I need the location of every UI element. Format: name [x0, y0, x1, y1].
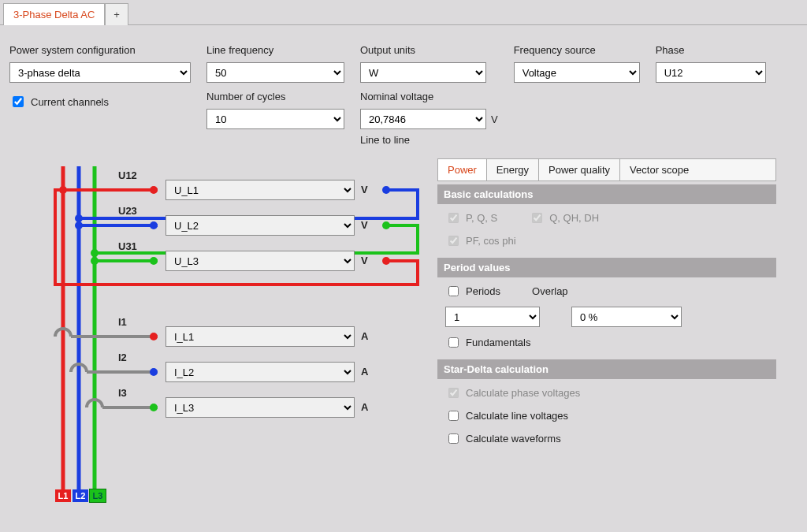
checkbox-waveforms[interactable]: Calculate waveforms	[445, 431, 768, 446]
label-i3: I3	[118, 387, 127, 399]
unit-u23: V	[361, 219, 368, 231]
section-basic-title: Basic calculations	[437, 184, 776, 204]
checkbox-line-voltages[interactable]: Calculate line voltages	[445, 408, 768, 423]
tab-add[interactable]: +	[105, 3, 128, 25]
checkbox-current-channels[interactable]: Current channels	[9, 94, 191, 110]
svg-point-5	[150, 186, 158, 194]
label-nominal-voltage: Nominal voltage	[360, 91, 498, 102]
select-i2[interactable]: I_L2	[165, 362, 355, 382]
unit-nominal-voltage: V	[491, 113, 498, 125]
unit-u12: V	[361, 184, 368, 195]
checkbox-phase-voltages: Calculate phase voltages	[445, 385, 768, 400]
label-u12: U12	[118, 169, 137, 181]
select-u12[interactable]: U_L1	[165, 180, 355, 200]
svg-point-10	[150, 221, 158, 229]
unit-u31: V	[361, 255, 368, 266]
checkbox-pqs: P, Q, S	[445, 210, 497, 225]
tab-energy[interactable]: Energy	[487, 159, 539, 180]
select-power-system[interactable]: 3-phase delta	[9, 62, 191, 83]
checkbox-periods[interactable]: Periods	[445, 284, 500, 299]
svg-point-12	[91, 249, 99, 257]
section-stardelta-title: Star-Delta calculation	[437, 359, 776, 379]
svg-point-9	[75, 221, 83, 229]
tab-power-quality[interactable]: Power quality	[539, 159, 620, 180]
select-i3[interactable]: I_L3	[165, 397, 355, 418]
checkbox-qqhdh: Q, QH, DH	[529, 210, 599, 225]
select-num-cycles[interactable]: 10	[206, 109, 344, 129]
unit-i1: A	[361, 330, 368, 342]
select-phase[interactable]: U12	[656, 62, 766, 83]
checkbox-fundamentals[interactable]: Fundamentals	[445, 335, 768, 350]
svg-point-18	[150, 333, 158, 340]
right-tabs: Power Energy Power quality Vector scope	[437, 158, 776, 181]
unit-i2: A	[361, 366, 368, 378]
svg-point-16	[382, 257, 390, 265]
section-period-title: Period values	[437, 258, 776, 277]
tab-3phase-delta-ac[interactable]: 3-Phase Delta AC	[3, 3, 105, 25]
tab-vector-scope[interactable]: Vector scope	[620, 159, 698, 180]
unit-i3: A	[361, 401, 368, 413]
svg-point-6	[382, 186, 390, 194]
svg-point-20	[150, 368, 158, 376]
label-line-freq: Line frequency	[206, 44, 344, 56]
label-num-cycles: Number of cycles	[206, 91, 344, 102]
label-u23: U23	[118, 205, 137, 217]
tab-power[interactable]: Power	[438, 159, 487, 180]
label-output-units: Output units	[360, 44, 498, 56]
label-i2: I2	[118, 352, 127, 363]
svg-point-7	[75, 214, 83, 222]
select-periods[interactable]: 1	[445, 307, 540, 327]
badge-l1: L1	[55, 489, 71, 502]
label-i1: I1	[118, 316, 127, 328]
select-u23[interactable]: U_L2	[165, 215, 355, 236]
select-line-freq[interactable]: 50	[206, 62, 344, 83]
checkbox-pf-cosphi: PF, cos phi	[445, 233, 768, 248]
label-power-system: Power system configuration	[9, 44, 191, 56]
label-phase: Phase	[656, 44, 766, 56]
note-line-to-line: Line to line	[360, 134, 498, 146]
label-freq-source: Frequency source	[514, 44, 640, 56]
svg-point-14	[91, 257, 99, 265]
select-output-units[interactable]: W	[360, 62, 486, 83]
svg-point-11	[382, 221, 390, 229]
wiring-diagram: U12 U23 U31 I1 I2 I3 U_L1 V U_L2 V U_L3 …	[0, 158, 430, 513]
select-u31[interactable]: U_L3	[165, 251, 355, 271]
badge-l2: L2	[73, 489, 88, 502]
select-overlap[interactable]: 0 %	[571, 307, 682, 327]
select-nominal-voltage[interactable]: 20,7846	[360, 109, 486, 129]
svg-point-15	[150, 257, 158, 265]
badge-l3: L3	[90, 489, 106, 502]
label-overlap: Overlap	[532, 285, 568, 297]
svg-point-22	[150, 404, 158, 411]
select-i1[interactable]: I_L1	[165, 326, 355, 347]
select-freq-source[interactable]: Voltage	[514, 62, 640, 83]
label-u31: U31	[118, 240, 137, 252]
